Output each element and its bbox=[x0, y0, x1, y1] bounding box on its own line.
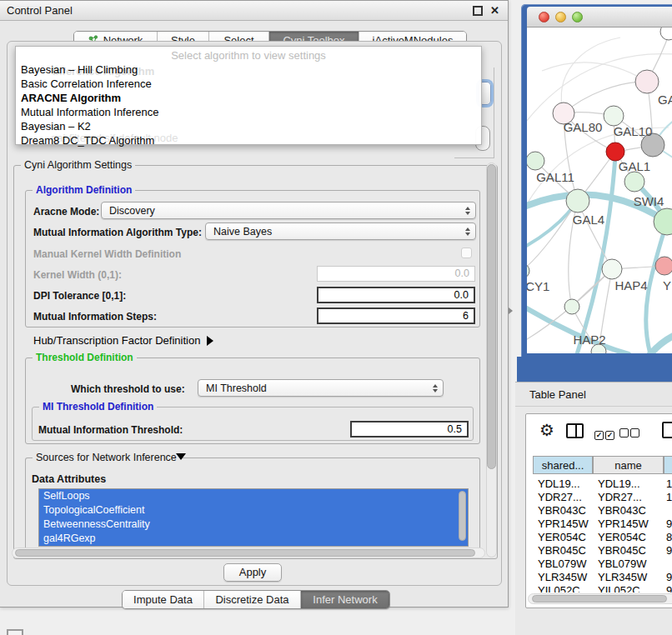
column-header-name[interactable]: name bbox=[593, 456, 664, 474]
control-panel-window: Control Panel ✕ Network Style bbox=[0, 0, 509, 608]
table-row[interactable]: YBL079W YBL079W bbox=[533, 558, 672, 571]
table-hscrollbar-thumb[interactable] bbox=[532, 595, 667, 602]
node-hap4[interactable] bbox=[602, 259, 622, 279]
network-canvas[interactable]: GAL GAL80 GAL10 GAL1 GAL11 SWI4 GAL4 GCY… bbox=[527, 28, 672, 353]
node-gal10[interactable] bbox=[604, 106, 624, 126]
data-attributes-list: SelfLoops TopologicalCoefficient Between… bbox=[38, 488, 469, 547]
hidden-groupbox-border bbox=[454, 158, 494, 158]
kernel-width-label: Kernel Width (0,1): bbox=[33, 269, 122, 281]
settings-hscrollbar-thumb[interactable] bbox=[15, 549, 475, 557]
tab-impute-data[interactable]: Impute Data bbox=[123, 591, 204, 608]
node-label: GAL bbox=[658, 92, 672, 107]
kernel-width-field[interactable]: 0.0 bbox=[317, 266, 475, 282]
node-unlabeled[interactable] bbox=[660, 28, 672, 40]
algo-option-bayesian-k2[interactable]: Bayesian – K2 bbox=[16, 119, 481, 133]
dpi-tolerance-label: DPI Tolerance [0,1]: bbox=[33, 290, 126, 302]
mi-type-value: Naive Bayes bbox=[213, 226, 272, 238]
algo-option-bayesian-hill-climbing[interactable]: Bayesian – Hill Climbing bbox=[16, 62, 481, 77]
mi-type-combo[interactable]: Naive Bayes bbox=[205, 222, 476, 240]
split-columns-icon[interactable] bbox=[566, 423, 584, 438]
hub-definition-expander[interactable]: Hub/Transcription Factor Definition bbox=[33, 334, 213, 347]
minimize-traffic-light-icon[interactable] bbox=[555, 12, 566, 22]
node-gal-partial[interactable] bbox=[635, 70, 659, 93]
apply-button[interactable]: Apply bbox=[223, 563, 282, 582]
settings-vscrollbar-thumb[interactable] bbox=[487, 164, 496, 469]
column-header-partial[interactable]: A bbox=[664, 456, 672, 474]
collapse-arrow-icon[interactable] bbox=[176, 453, 186, 460]
tab-discretize-data[interactable]: Discretize Data bbox=[204, 591, 301, 608]
table-row[interactable]: YBR045C YBR045C 9. bbox=[533, 544, 672, 558]
table-row[interactable]: YIL052C YIL052C 9. bbox=[533, 584, 672, 592]
table-row[interactable]: YDR27... YDR27... 12 bbox=[533, 491, 672, 504]
node-label: HAP2 bbox=[573, 332, 605, 347]
tab-impute-data-label: Impute Data bbox=[133, 593, 193, 606]
node-gal11[interactable] bbox=[527, 152, 544, 170]
node-label: HAP4 bbox=[614, 278, 647, 292]
table-panel-body: ⚙ ✓✓ shared... name A YDL19... YDL19 bbox=[515, 407, 672, 635]
attr-item-topologicalcoefficient[interactable]: TopologicalCoefficient bbox=[39, 503, 468, 518]
control-panel-titlebar: Control Panel ✕ bbox=[0, 1, 508, 21]
node-label: GAL11 bbox=[536, 170, 574, 184]
column-header-label: shared... bbox=[542, 459, 584, 472]
which-threshold-value: MI Threshold bbox=[206, 382, 267, 394]
algo-option-mutual-information[interactable]: Mutual Information Inference bbox=[16, 105, 481, 119]
table-panel-title: Table Panel bbox=[529, 388, 586, 401]
expander-arrow-icon bbox=[207, 336, 213, 346]
group-title-mi-threshold: MI Threshold Definition bbox=[39, 401, 157, 412]
close-traffic-light-icon[interactable] bbox=[539, 12, 549, 22]
manual-kernel-checkbox[interactable] bbox=[461, 248, 472, 258]
which-threshold-label: Which threshold to use: bbox=[71, 383, 185, 395]
float-window-icon[interactable] bbox=[473, 6, 483, 16]
combo-arrows-icon bbox=[433, 384, 438, 392]
aracne-mode-combo[interactable]: Discovery bbox=[101, 202, 476, 219]
node-hap2[interactable] bbox=[564, 299, 579, 314]
algorithm-dropdown-popup: Select algorithm to view settings Infere… bbox=[15, 46, 482, 145]
node-label: GAL4 bbox=[573, 212, 604, 227]
node-label: GCY1 bbox=[527, 279, 549, 293]
attr-item-betweennesscentrality[interactable]: BetweennessCentrality bbox=[39, 518, 468, 532]
node-swi4[interactable] bbox=[624, 172, 644, 192]
list-scrollbar-thumb[interactable] bbox=[459, 491, 466, 541]
data-attributes-label: Data Attributes bbox=[32, 473, 106, 485]
node-gal4[interactable] bbox=[566, 189, 589, 212]
tab-discretize-data-label: Discretize Data bbox=[215, 593, 288, 606]
zoom-traffic-light-icon[interactable] bbox=[572, 12, 583, 22]
manual-kernel-label: Manual Kernel Width Definition bbox=[33, 248, 181, 260]
mi-steps-field[interactable]: 6 bbox=[317, 308, 475, 324]
attr-item-gal4rgexp[interactable]: gal4RGexp bbox=[39, 532, 468, 546]
deselect-all-checkboxes-icon[interactable] bbox=[619, 426, 641, 441]
mi-threshold-field[interactable]: 0.5 bbox=[350, 421, 469, 438]
node-salmon[interactable] bbox=[655, 257, 672, 275]
gear-icon[interactable]: ⚙ bbox=[539, 420, 554, 440]
new-table-icon[interactable] bbox=[662, 422, 672, 438]
network-view-frame: GAL GAL80 GAL10 GAL1 GAL11 SWI4 GAL4 GCY… bbox=[521, 4, 672, 361]
aracne-mode-value: Discovery bbox=[109, 205, 155, 217]
close-icon[interactable]: ✕ bbox=[490, 6, 500, 16]
minimized-panel-icon[interactable] bbox=[7, 629, 23, 635]
tab-infer-network[interactable]: Infer Network bbox=[301, 591, 389, 608]
attr-item-selfloops[interactable]: SelfLoops bbox=[39, 489, 468, 503]
table-row[interactable]: YPR145W YPR145W 9. bbox=[533, 518, 672, 531]
algo-option-dream8[interactable]: Dream8 DC_TDC Algorithm bbox=[16, 133, 481, 148]
column-header-shared-name[interactable]: shared... bbox=[533, 456, 593, 474]
network-window-titlebar[interactable] bbox=[527, 7, 672, 28]
table-row[interactable]: YBR043C YBR043C bbox=[533, 504, 672, 518]
algo-option-aracne[interactable]: ARACNE Algorithm bbox=[16, 91, 481, 105]
column-header-label: name bbox=[614, 459, 642, 472]
hub-definition-label: Hub/Transcription Factor Definition bbox=[33, 334, 200, 347]
splitter-collapse-icon[interactable] bbox=[509, 308, 513, 314]
algo-option-basic-correlation[interactable]: Basic Correlation Inference bbox=[16, 77, 481, 91]
select-all-checkboxes-icon[interactable]: ✓✓ bbox=[594, 426, 616, 441]
algorithm-prompt: Select algorithm to view settings bbox=[16, 49, 481, 62]
which-threshold-combo[interactable]: MI Threshold bbox=[198, 379, 444, 397]
group-title-threshold: Threshold Definition bbox=[33, 352, 137, 363]
table-row[interactable]: YER054C YER054C 8. bbox=[533, 531, 672, 544]
table-row[interactable]: YDL19... YDL19... 13 bbox=[533, 478, 672, 491]
table-row[interactable]: YLR345W YLR345W 9. bbox=[533, 571, 672, 584]
node-label: GAL1 bbox=[619, 159, 650, 173]
node-gal1-red[interactable] bbox=[606, 142, 624, 161]
group-title-sources: Sources for Network Inference bbox=[33, 452, 180, 463]
table-hscrollbar-track[interactable] bbox=[528, 593, 672, 604]
table-panel-titlebar: Table Panel bbox=[515, 382, 672, 407]
dpi-tolerance-field[interactable]: 0.0 bbox=[317, 287, 475, 303]
